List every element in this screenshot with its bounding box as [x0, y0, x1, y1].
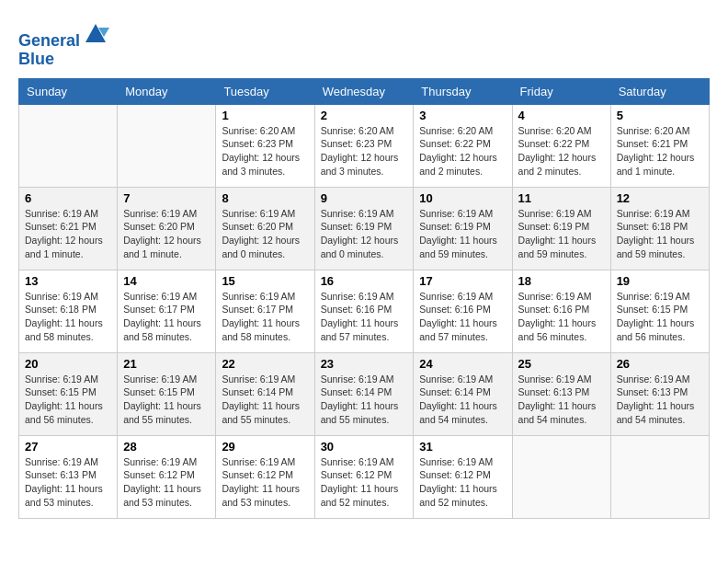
calendar-cell: 26Sunrise: 6:19 AM Sunset: 6:13 PM Dayli…	[610, 352, 709, 435]
week-row-2: 6Sunrise: 6:19 AM Sunset: 6:21 PM Daylig…	[19, 187, 710, 270]
calendar-cell: 10Sunrise: 6:19 AM Sunset: 6:19 PM Dayli…	[414, 187, 512, 270]
week-row-4: 20Sunrise: 6:19 AM Sunset: 6:15 PM Dayli…	[19, 352, 710, 435]
calendar-cell	[610, 435, 709, 518]
day-info: Sunrise: 6:19 AM Sunset: 6:18 PM Dayligh…	[25, 290, 111, 344]
calendar-cell	[512, 435, 610, 518]
day-info: Sunrise: 6:19 AM Sunset: 6:17 PM Dayligh…	[123, 290, 210, 344]
logo-general: General	[18, 31, 80, 50]
day-number: 27	[25, 440, 111, 454]
week-row-3: 13Sunrise: 6:19 AM Sunset: 6:18 PM Dayli…	[19, 270, 710, 352]
day-info: Sunrise: 6:19 AM Sunset: 6:13 PM Dayligh…	[518, 373, 605, 427]
calendar-cell: 6Sunrise: 6:19 AM Sunset: 6:21 PM Daylig…	[19, 187, 118, 270]
calendar-table: SundayMondayTuesdayWednesdayThursdayFrid…	[18, 78, 710, 519]
day-number: 20	[25, 357, 111, 371]
day-number: 4	[518, 109, 605, 122]
day-number: 2	[321, 109, 408, 122]
day-info: Sunrise: 6:20 AM Sunset: 6:22 PM Dayligh…	[419, 124, 506, 178]
calendar-cell: 23Sunrise: 6:19 AM Sunset: 6:14 PM Dayli…	[314, 352, 414, 435]
day-info: Sunrise: 6:19 AM Sunset: 6:20 PM Dayligh…	[222, 207, 308, 261]
calendar-cell: 24Sunrise: 6:19 AM Sunset: 6:14 PM Dayli…	[414, 352, 512, 435]
weekday-header-thursday: Thursday	[414, 78, 512, 104]
calendar-cell: 17Sunrise: 6:19 AM Sunset: 6:16 PM Dayli…	[414, 270, 512, 352]
day-number: 5	[617, 109, 703, 122]
day-number: 29	[222, 440, 308, 454]
day-info: Sunrise: 6:19 AM Sunset: 6:12 PM Dayligh…	[222, 455, 308, 510]
day-info: Sunrise: 6:19 AM Sunset: 6:16 PM Dayligh…	[321, 290, 408, 344]
day-number: 26	[617, 357, 703, 371]
day-info: Sunrise: 6:19 AM Sunset: 6:14 PM Dayligh…	[222, 373, 308, 427]
day-info: Sunrise: 6:19 AM Sunset: 6:12 PM Dayligh…	[419, 455, 506, 510]
day-info: Sunrise: 6:19 AM Sunset: 6:14 PM Dayligh…	[419, 373, 506, 427]
day-info: Sunrise: 6:19 AM Sunset: 6:15 PM Dayligh…	[25, 373, 111, 427]
calendar-cell: 16Sunrise: 6:19 AM Sunset: 6:16 PM Dayli…	[314, 270, 414, 352]
day-number: 1	[222, 109, 308, 122]
day-number: 30	[321, 440, 408, 454]
day-info: Sunrise: 6:19 AM Sunset: 6:16 PM Dayligh…	[419, 290, 506, 344]
calendar-cell: 2Sunrise: 6:20 AM Sunset: 6:23 PM Daylig…	[314, 104, 414, 187]
weekday-header-row: SundayMondayTuesdayWednesdayThursdayFrid…	[19, 78, 710, 104]
day-info: Sunrise: 6:20 AM Sunset: 6:23 PM Dayligh…	[222, 124, 308, 178]
day-number: 25	[518, 357, 605, 371]
day-number: 11	[518, 191, 605, 205]
weekday-header-tuesday: Tuesday	[216, 78, 314, 104]
day-number: 24	[419, 357, 506, 371]
logo-blue: Blue	[18, 50, 54, 68]
day-info: Sunrise: 6:19 AM Sunset: 6:20 PM Dayligh…	[123, 207, 210, 261]
day-number: 23	[321, 357, 408, 371]
calendar-cell: 28Sunrise: 6:19 AM Sunset: 6:12 PM Dayli…	[118, 435, 216, 518]
week-row-5: 27Sunrise: 6:19 AM Sunset: 6:13 PM Dayli…	[19, 435, 710, 518]
calendar-cell: 1Sunrise: 6:20 AM Sunset: 6:23 PM Daylig…	[216, 104, 314, 187]
day-number: 21	[123, 357, 210, 371]
day-info: Sunrise: 6:20 AM Sunset: 6:21 PM Dayligh…	[617, 124, 703, 178]
day-number: 7	[123, 191, 210, 205]
day-number: 15	[222, 274, 308, 288]
calendar-cell: 30Sunrise: 6:19 AM Sunset: 6:12 PM Dayli…	[314, 435, 414, 518]
calendar-cell: 21Sunrise: 6:19 AM Sunset: 6:15 PM Dayli…	[118, 352, 216, 435]
calendar-cell: 8Sunrise: 6:19 AM Sunset: 6:20 PM Daylig…	[216, 187, 314, 270]
day-number: 19	[617, 274, 703, 288]
day-info: Sunrise: 6:19 AM Sunset: 6:15 PM Dayligh…	[617, 290, 703, 344]
page-header: General Blue	[18, 18, 710, 69]
calendar-cell: 25Sunrise: 6:19 AM Sunset: 6:13 PM Dayli…	[512, 352, 610, 435]
calendar-cell: 7Sunrise: 6:19 AM Sunset: 6:20 PM Daylig…	[118, 187, 216, 270]
day-info: Sunrise: 6:19 AM Sunset: 6:15 PM Dayligh…	[123, 373, 210, 427]
day-number: 17	[419, 274, 506, 288]
day-info: Sunrise: 6:19 AM Sunset: 6:19 PM Dayligh…	[321, 207, 408, 261]
day-info: Sunrise: 6:19 AM Sunset: 6:21 PM Dayligh…	[25, 207, 111, 261]
calendar-cell: 4Sunrise: 6:20 AM Sunset: 6:22 PM Daylig…	[512, 104, 610, 187]
calendar-cell: 12Sunrise: 6:19 AM Sunset: 6:18 PM Dayli…	[610, 187, 709, 270]
day-info: Sunrise: 6:19 AM Sunset: 6:12 PM Dayligh…	[321, 455, 408, 510]
calendar-cell: 18Sunrise: 6:19 AM Sunset: 6:16 PM Dayli…	[512, 270, 610, 352]
calendar-cell: 15Sunrise: 6:19 AM Sunset: 6:17 PM Dayli…	[216, 270, 314, 352]
day-info: Sunrise: 6:19 AM Sunset: 6:19 PM Dayligh…	[518, 207, 605, 261]
day-info: Sunrise: 6:19 AM Sunset: 6:13 PM Dayligh…	[617, 373, 703, 427]
day-number: 3	[419, 109, 506, 122]
day-info: Sunrise: 6:19 AM Sunset: 6:16 PM Dayligh…	[518, 290, 605, 344]
day-number: 12	[617, 191, 703, 205]
day-number: 10	[419, 191, 506, 205]
day-number: 13	[25, 274, 111, 288]
calendar-cell: 5Sunrise: 6:20 AM Sunset: 6:21 PM Daylig…	[610, 104, 709, 187]
calendar-cell: 20Sunrise: 6:19 AM Sunset: 6:15 PM Dayli…	[19, 352, 118, 435]
calendar-cell: 9Sunrise: 6:19 AM Sunset: 6:19 PM Daylig…	[314, 187, 414, 270]
calendar-cell: 22Sunrise: 6:19 AM Sunset: 6:14 PM Dayli…	[216, 352, 314, 435]
day-number: 18	[518, 274, 605, 288]
logo: General Blue	[18, 18, 109, 69]
weekday-header-monday: Monday	[118, 78, 216, 104]
calendar-cell: 29Sunrise: 6:19 AM Sunset: 6:12 PM Dayli…	[216, 435, 314, 518]
weekday-header-saturday: Saturday	[610, 78, 709, 104]
calendar-cell: 31Sunrise: 6:19 AM Sunset: 6:12 PM Dayli…	[414, 435, 512, 518]
calendar-cell: 14Sunrise: 6:19 AM Sunset: 6:17 PM Dayli…	[118, 270, 216, 352]
day-number: 31	[419, 440, 506, 454]
day-info: Sunrise: 6:19 AM Sunset: 6:12 PM Dayligh…	[123, 455, 210, 510]
weekday-header-wednesday: Wednesday	[314, 78, 414, 104]
calendar-body: 1Sunrise: 6:20 AM Sunset: 6:23 PM Daylig…	[19, 104, 710, 518]
calendar-cell: 13Sunrise: 6:19 AM Sunset: 6:18 PM Dayli…	[19, 270, 118, 352]
calendar-cell: 27Sunrise: 6:19 AM Sunset: 6:13 PM Dayli…	[19, 435, 118, 518]
day-info: Sunrise: 6:19 AM Sunset: 6:17 PM Dayligh…	[222, 290, 308, 344]
weekday-header-friday: Friday	[512, 78, 610, 104]
calendar-cell: 11Sunrise: 6:19 AM Sunset: 6:19 PM Dayli…	[512, 187, 610, 270]
day-number: 28	[123, 440, 210, 454]
day-number: 9	[321, 191, 408, 205]
weekday-header-sunday: Sunday	[19, 78, 118, 104]
